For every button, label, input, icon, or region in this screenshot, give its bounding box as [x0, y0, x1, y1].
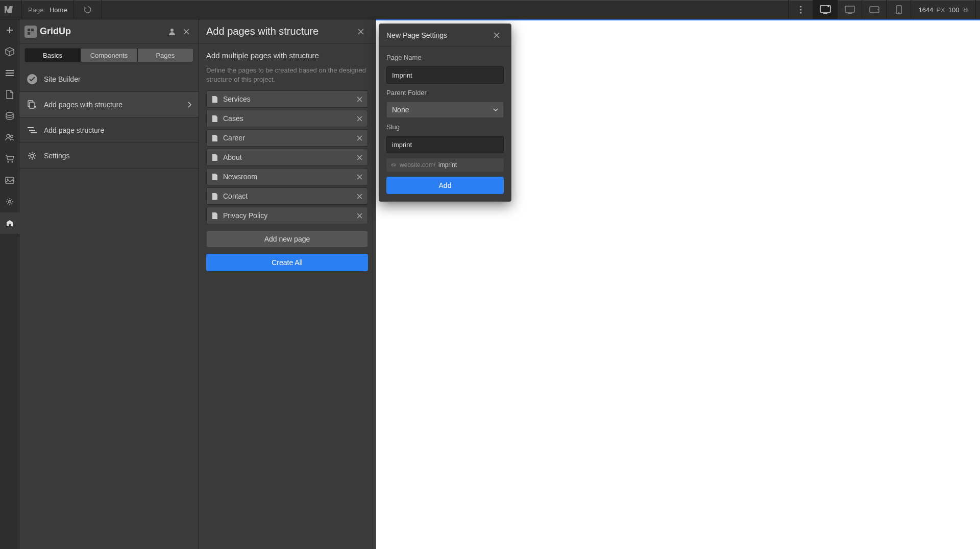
page-icon [212, 212, 218, 220]
svg-point-19 [8, 161, 9, 163]
remove-page-button[interactable] [357, 174, 362, 180]
add-pages-panel: Add pages with structure Add multiple pa… [199, 19, 376, 549]
gridup-panel: GridUp Basics Components Pages S [19, 19, 199, 549]
page-item[interactable]: Newsroom [206, 168, 368, 185]
page-item-label: Privacy Policy [223, 211, 267, 220]
page-item-label: Services [223, 95, 251, 103]
viewport-size-display: 1644 PX 100 % [911, 0, 976, 19]
page-item-label: Career [223, 134, 245, 142]
viewport-tablet-button[interactable] [862, 0, 886, 19]
page-item[interactable]: About [206, 149, 368, 166]
svg-rect-26 [28, 32, 30, 35]
page-item-label: Cases [223, 114, 243, 123]
remove-page-button[interactable] [357, 194, 362, 199]
page-item-label: About [223, 153, 242, 161]
svg-point-10 [898, 12, 899, 13]
design-canvas[interactable]: New Page Settings Page Name Parent Folde… [376, 19, 980, 549]
menu-site-builder[interactable]: Site Builder [19, 66, 199, 92]
gridup-brand-text: GridUp [40, 26, 71, 37]
svg-point-27 [170, 29, 174, 32]
page-item[interactable]: Privacy Policy [206, 207, 368, 224]
svg-point-2 [800, 12, 801, 14]
rail-settings-button[interactable] [0, 191, 19, 212]
svg-point-22 [7, 179, 9, 180]
svg-point-1 [800, 9, 801, 11]
close-modal-button[interactable] [489, 28, 504, 42]
px-label: PX [936, 6, 945, 14]
menu-add-page-structure[interactable]: Add page structure [19, 117, 199, 143]
page-item-label: Newsroom [223, 173, 257, 181]
page-icon [212, 193, 218, 200]
refresh-button[interactable] [80, 2, 95, 17]
gear-icon [27, 151, 38, 160]
rail-navigator-button[interactable] [0, 62, 19, 84]
url-slug: imprint [438, 161, 457, 169]
svg-rect-13 [6, 70, 14, 71]
page-icon [212, 134, 218, 142]
parent-folder-value: None [392, 106, 409, 114]
chevron-right-icon [187, 102, 191, 108]
svg-point-0 [800, 6, 801, 8]
remove-page-button[interactable] [357, 97, 362, 102]
add-button[interactable]: Add [386, 177, 504, 194]
rail-add-button[interactable] [0, 19, 19, 41]
tab-components[interactable]: Components [81, 48, 137, 62]
page-icon [212, 173, 218, 181]
left-rail [0, 19, 19, 549]
page-icon [212, 154, 218, 161]
rail-gridup-button[interactable] [0, 212, 19, 234]
rail-ecommerce-button[interactable] [0, 148, 19, 170]
menu-settings[interactable]: Settings [19, 143, 199, 169]
page-icon [212, 115, 218, 123]
account-button[interactable] [165, 25, 179, 39]
svg-rect-24 [28, 29, 30, 31]
add-new-page-button[interactable]: Add new page [206, 230, 368, 248]
link-icon [390, 162, 397, 168]
panel-description: Define the pages to be created based on … [206, 66, 368, 84]
page-icon [212, 96, 218, 103]
parent-folder-select[interactable]: None [386, 102, 504, 118]
rail-assets-button[interactable] [0, 170, 19, 191]
tab-basics[interactable]: Basics [24, 48, 81, 62]
gridup-tabs: Basics Components Pages [19, 44, 199, 66]
page-name-input[interactable] [386, 66, 504, 84]
remove-page-button[interactable] [357, 116, 362, 122]
rail-pages-button[interactable] [0, 84, 19, 105]
gridup-logo: GridUp [24, 26, 71, 38]
page-item[interactable]: Career [206, 129, 368, 147]
rail-box-button[interactable] [0, 41, 19, 62]
parent-folder-label: Parent Folder [386, 89, 504, 97]
page-item[interactable]: Services [206, 90, 368, 108]
page-name[interactable]: Home [50, 6, 67, 14]
viewport-desktop-button[interactable] [837, 0, 862, 19]
pages-list: Services Cases Career About Newsroom Con… [206, 90, 368, 224]
rail-cms-button[interactable] [0, 105, 19, 127]
menu-label: Settings [44, 152, 70, 160]
menu-label: Add pages with structure [44, 101, 122, 109]
menu-add-pages-structure[interactable]: Add pages with structure [19, 92, 199, 117]
remove-page-button[interactable] [357, 213, 362, 219]
pages-add-icon [27, 100, 38, 109]
create-all-button[interactable]: Create All [206, 254, 368, 271]
rail-users-button[interactable] [0, 127, 19, 148]
webflow-logo[interactable] [4, 4, 15, 15]
svg-rect-6 [848, 13, 852, 14]
menu-label: Add page structure [44, 126, 104, 134]
page-item[interactable]: Contact [206, 187, 368, 205]
page-item[interactable]: Cases [206, 110, 368, 127]
close-panel2-button[interactable] [354, 25, 368, 39]
tab-pages[interactable]: Pages [137, 48, 193, 62]
svg-rect-12 [7, 30, 13, 31]
slug-label: Slug [386, 123, 504, 131]
remove-page-button[interactable] [357, 135, 362, 141]
svg-rect-15 [6, 75, 14, 76]
viewport-desktop-large-button[interactable] [813, 0, 837, 19]
slug-input[interactable] [386, 136, 504, 153]
svg-point-33 [31, 154, 34, 157]
viewport-mobile-button[interactable] [886, 0, 911, 19]
close-panel-button[interactable] [179, 25, 193, 39]
svg-rect-14 [6, 73, 14, 74]
svg-point-8 [877, 9, 878, 10]
more-menu-button[interactable] [788, 0, 813, 19]
remove-page-button[interactable] [357, 155, 362, 160]
